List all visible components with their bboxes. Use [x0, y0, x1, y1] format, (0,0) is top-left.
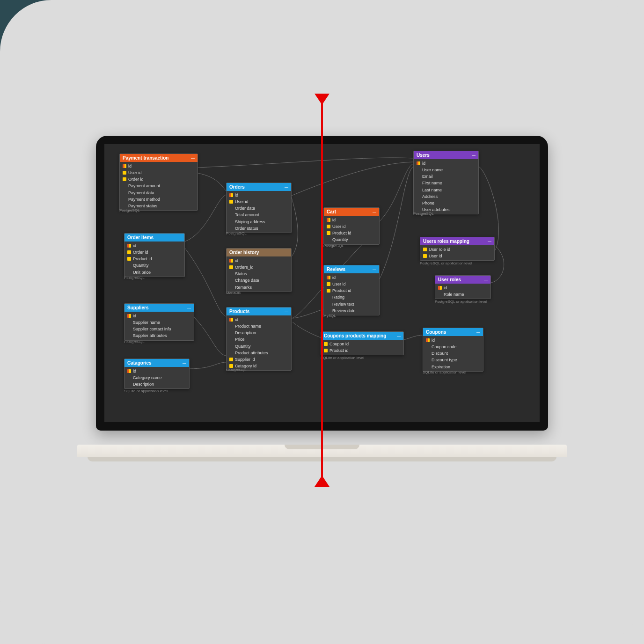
collapse-icon[interactable]: — [472, 153, 476, 157]
field-row[interactable]: Last name [414, 187, 478, 193]
field-row[interactable]: Product id [124, 256, 184, 262]
table-node-coupons_products[interactable]: Coupons products mapping—Coupon idProduc… [321, 331, 404, 355]
table-header[interactable]: Coupons— [423, 328, 483, 336]
field-row[interactable]: Category name [124, 374, 189, 381]
field-row[interactable]: Role name [435, 291, 490, 298]
field-row[interactable]: Order id [124, 249, 184, 256]
field-row[interactable]: Discount [423, 350, 483, 357]
field-row[interactable]: Rating [324, 294, 379, 300]
table-header[interactable]: Users roles mapping— [420, 237, 494, 245]
table-header[interactable]: Payment transaction— [120, 154, 198, 162]
collapse-icon[interactable]: — [285, 309, 288, 314]
field-row[interactable]: id [324, 274, 379, 281]
field-row[interactable]: Product id [324, 287, 379, 294]
field-row[interactable]: Order date [227, 205, 291, 212]
field-row[interactable]: User role id [420, 246, 494, 253]
collapse-icon[interactable]: — [397, 334, 401, 338]
field-row[interactable]: Supplier contact info [124, 326, 194, 332]
field-row[interactable]: Unit price [124, 269, 184, 276]
field-row[interactable]: Supplier name [124, 319, 194, 326]
field-row[interactable]: Supplier id [227, 356, 291, 363]
collapse-icon[interactable]: — [285, 250, 288, 255]
table-node-cart[interactable]: Cart—idUser idProduct idQuantity [323, 207, 380, 245]
table-header[interactable]: Order history— [227, 249, 291, 256]
field-row[interactable]: id [324, 217, 379, 223]
field-row[interactable]: User id [324, 281, 379, 287]
field-row[interactable]: User id [227, 198, 291, 205]
field-row[interactable]: id [124, 368, 189, 374]
table-node-suppliers[interactable]: Suppliers—idSupplier nameSupplier contac… [124, 303, 194, 341]
field-row[interactable]: Quantity [324, 236, 379, 243]
field-row[interactable]: Status [227, 271, 291, 277]
field-row[interactable]: id [227, 257, 291, 264]
field-row[interactable]: Description [227, 329, 291, 336]
table-header[interactable]: Order items— [124, 234, 184, 242]
collapse-icon[interactable]: — [183, 361, 186, 365]
table-node-products[interactable]: Products—idProduct nameDescriptionPriceQ… [226, 307, 292, 371]
table-node-users_roles_mapping[interactable]: Users roles mapping—User role idUser id [420, 237, 495, 261]
table-header[interactable]: User roles— [435, 276, 490, 284]
collapse-icon[interactable]: — [373, 210, 376, 214]
field-row[interactable]: Payment data [120, 190, 198, 196]
field-row[interactable]: Product id [321, 347, 403, 354]
field-row[interactable]: Change date [227, 277, 291, 284]
table-header[interactable]: Coupons products mapping— [321, 332, 403, 340]
field-row[interactable]: Order status [227, 225, 291, 232]
field-row[interactable]: id [124, 242, 184, 249]
field-row[interactable]: Quantity [227, 343, 291, 350]
collapse-icon[interactable]: — [488, 239, 491, 243]
collapse-icon[interactable]: — [476, 330, 480, 334]
table-header[interactable]: Cart— [324, 208, 379, 216]
field-row[interactable]: Coupon code [423, 344, 483, 350]
table-node-order_items[interactable]: Order items—idOrder idProduct idQuantity… [124, 233, 185, 277]
table-node-user_roles[interactable]: User roles—idRole name [435, 275, 491, 299]
field-row[interactable]: id [124, 313, 194, 319]
collapse-icon[interactable]: — [484, 278, 488, 282]
field-row[interactable]: Payment method [120, 196, 198, 203]
field-row[interactable]: Product id [324, 230, 379, 236]
table-header[interactable]: Suppliers— [124, 304, 194, 312]
field-row[interactable]: id [227, 192, 291, 198]
comparison-slider-handle-top[interactable] [315, 94, 329, 105]
field-row[interactable]: Review date [324, 307, 379, 314]
table-header[interactable]: Products— [227, 307, 291, 315]
field-row[interactable]: Description [124, 381, 189, 388]
field-row[interactable]: Product name [227, 323, 291, 329]
field-row[interactable]: id [414, 160, 478, 167]
field-row[interactable]: id [120, 163, 198, 169]
field-row[interactable]: id [423, 337, 483, 344]
collapse-icon[interactable]: — [178, 235, 182, 240]
collapse-icon[interactable]: — [285, 185, 288, 189]
table-node-payment_transaction[interactable]: Payment transaction—idUser idOrder idPay… [119, 154, 198, 211]
field-row[interactable]: id [227, 316, 291, 323]
field-row[interactable]: User id [420, 253, 494, 259]
field-row[interactable]: Remarks [227, 284, 291, 291]
field-row[interactable]: Payment amount [120, 183, 198, 189]
field-row[interactable]: id [435, 285, 490, 291]
table-header[interactable]: Catagories— [124, 359, 189, 367]
collapse-icon[interactable]: — [373, 267, 376, 271]
field-row[interactable]: Phone [414, 200, 478, 206]
table-node-users[interactable]: Users—idUser nameEmailFirst nameLast nam… [413, 151, 479, 214]
field-row[interactable]: Review text [324, 301, 379, 307]
field-row[interactable]: Address [414, 193, 478, 200]
collapse-icon[interactable]: — [191, 156, 195, 160]
comparison-slider-line[interactable] [321, 103, 323, 477]
collapse-icon[interactable]: — [187, 306, 191, 310]
table-node-categories[interactable]: Catagories—idCategory nameDescription [124, 359, 190, 389]
table-node-orders[interactable]: Orders—idUser idOrder dateTotal amountSh… [226, 183, 292, 233]
field-row[interactable]: Orders_id [227, 264, 291, 271]
field-row[interactable]: Price [227, 336, 291, 343]
field-row[interactable]: Discount type [423, 357, 483, 363]
field-row[interactable]: Supplier attributes [124, 332, 194, 339]
field-row[interactable]: Total amount [227, 212, 291, 218]
field-row[interactable]: User id [324, 223, 379, 230]
field-row[interactable]: Expiration [423, 364, 483, 370]
field-row[interactable]: User name [414, 167, 478, 173]
field-row[interactable]: User id [120, 169, 198, 176]
field-row[interactable]: Product attributes [227, 350, 291, 356]
field-row[interactable]: Shiping address [227, 219, 291, 225]
table-node-coupons[interactable]: Coupons—idCoupon codeDiscountDiscount ty… [423, 328, 483, 372]
field-row[interactable]: Coupon id [321, 341, 403, 347]
field-row[interactable]: First name [414, 180, 478, 186]
